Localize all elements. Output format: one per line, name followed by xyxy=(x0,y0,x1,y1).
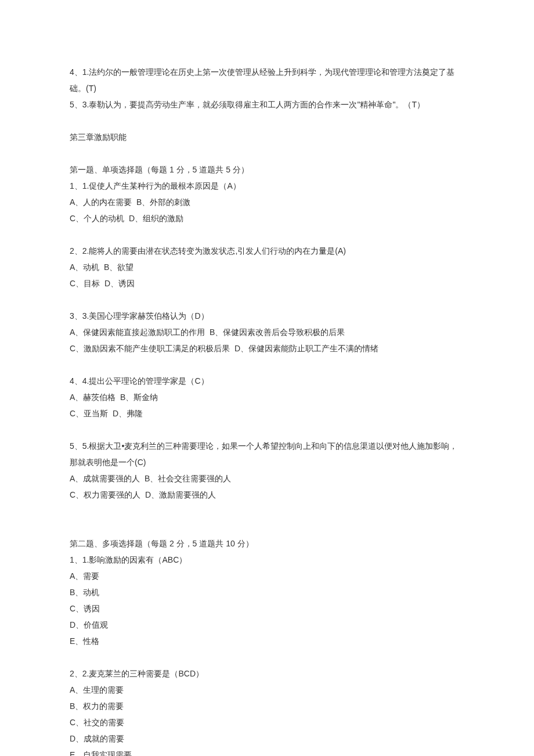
question-line: 3、3.美国心理学家赫茨伯格认为（D） xyxy=(70,308,464,324)
question-line: 2、2.能将人的需要由潜在状态转变为激发状态,引发人们行动的内在力量是(A) xyxy=(70,243,464,259)
option-line: C、权力需要强的人 D、激励需要强的人 xyxy=(70,487,464,503)
spacer xyxy=(70,649,464,665)
option-line: C、亚当斯 D、弗隆 xyxy=(70,405,464,422)
section-heading: 第一题、单项选择题（每题 1 分，5 道题共 5 分） xyxy=(70,161,464,178)
spacer xyxy=(70,226,464,243)
spacer xyxy=(70,357,464,373)
option-line: C、目标 D、诱因 xyxy=(70,275,464,291)
option-line: B、权力的需要 xyxy=(70,698,464,714)
section-heading: 第二题、多项选择题（每题 2 分，5 道题共 10 分） xyxy=(70,535,464,552)
option-line: C、社交的需要 xyxy=(70,714,464,730)
option-line: B、动机 xyxy=(70,584,464,600)
spacer xyxy=(70,422,464,438)
option-line: C、激励因素不能产生使职工满足的积极后果 D、保健因素能防止职工产生不满的情绪 xyxy=(70,340,464,357)
intro-line: 4、1.法约尔的一般管理理论在历史上第一次使管理从经验上升到科学，为现代管理理论… xyxy=(70,64,464,96)
spacer xyxy=(70,291,464,308)
intro-line: 5、3.泰勒认为，要提高劳动生产率，就必须取得雇主和工人两方面的合作来一次"精神… xyxy=(70,96,464,113)
option-line: A、需要 xyxy=(70,568,464,584)
chapter-title: 第三章激励职能 xyxy=(70,129,464,145)
option-line: A、人的内在需要 B、外部的刺激 xyxy=(70,194,464,210)
option-line: A、成就需要强的人 B、社会交往需要强的人 xyxy=(70,470,464,487)
option-line: A、赫茨伯格 B、斯金纳 xyxy=(70,389,464,405)
option-line: A、动机 B、欲望 xyxy=(70,259,464,275)
spacer xyxy=(70,503,464,519)
option-line: C、个人的动机 D、组织的激励 xyxy=(70,210,464,226)
question-line: 2、2.麦克莱兰的三种需要是（BCD） xyxy=(70,665,464,682)
option-line: D、价值观 xyxy=(70,617,464,633)
spacer xyxy=(70,519,464,535)
question-line: 5、5.根据大卫•麦克利兰的三种需要理论，如果一个人希望控制向上和向下的信息渠道… xyxy=(70,438,464,470)
option-line: E、性格 xyxy=(70,633,464,649)
option-line: E、自我实现需要 xyxy=(70,747,464,756)
question-line: 1、1.影响激励的因素有（ABC） xyxy=(70,552,464,568)
question-line: 4、4.提出公平理论的管理学家是（C） xyxy=(70,373,464,389)
option-line: D、成就的需要 xyxy=(70,730,464,747)
option-line: A、生理的需要 xyxy=(70,682,464,698)
option-line: C、诱因 xyxy=(70,600,464,617)
spacer xyxy=(70,145,464,161)
spacer xyxy=(70,113,464,129)
option-line: A、保健因素能直接起激励职工的作用 B、保健因素改善后会导致积极的后果 xyxy=(70,324,464,340)
question-line: 1、1.促使人产生某种行为的最根本原因是（A） xyxy=(70,178,464,194)
document-content: 4、1.法约尔的一般管理理论在历史上第一次使管理从经验上升到科学，为现代管理理论… xyxy=(70,64,464,756)
